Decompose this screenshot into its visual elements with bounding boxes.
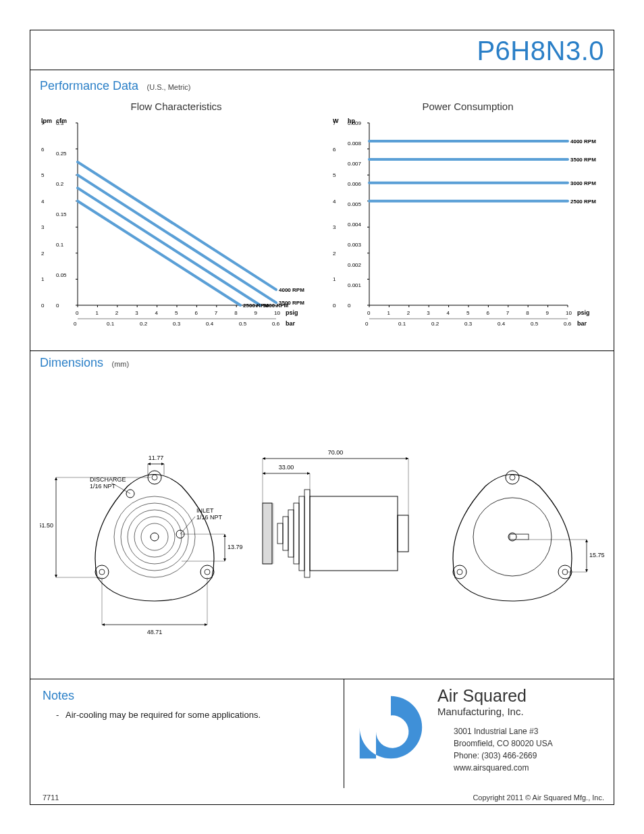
section-title: Dimensions [40, 356, 103, 369]
svg-point-137 [200, 565, 214, 579]
svg-text:1: 1 [95, 310, 99, 316]
svg-text:6: 6 [486, 310, 489, 316]
svg-text:1: 1 [41, 276, 45, 282]
svg-text:bar: bar [577, 320, 587, 327]
svg-text:0: 0 [348, 303, 351, 309]
svg-text:0.002: 0.002 [348, 262, 362, 268]
company-box: Air Squared Manufacturing, Inc. 3001 Ind… [344, 679, 614, 788]
svg-rect-166 [304, 490, 310, 577]
svg-text:8: 8 [234, 310, 238, 316]
svg-text:0: 0 [367, 310, 371, 316]
svg-text:1: 1 [333, 276, 336, 282]
svg-text:INLET: INLET [196, 507, 214, 514]
divider [30, 350, 614, 351]
svg-rect-167 [299, 496, 304, 571]
svg-text:0.15: 0.15 [56, 211, 67, 217]
svg-text:0.5: 0.5 [239, 321, 247, 327]
addr-line: Broomfield, CO 80020 USA [454, 737, 604, 750]
svg-text:0.003: 0.003 [348, 242, 362, 248]
svg-text:10: 10 [274, 310, 280, 316]
svg-text:0.001: 0.001 [348, 282, 362, 288]
svg-text:0.008: 0.008 [348, 140, 362, 147]
svg-text:0.05: 0.05 [56, 272, 67, 278]
svg-rect-169 [288, 510, 294, 557]
svg-text:2: 2 [407, 310, 410, 316]
datasheet-page: P6H8N3.0 Performance Data (U.S., Metric)… [30, 30, 614, 805]
product-id-title: P6H8N3.0 [477, 36, 604, 66]
svg-text:8: 8 [526, 310, 529, 316]
svg-point-192 [453, 565, 466, 579]
svg-line-146 [180, 517, 195, 534]
svg-text:15.75: 15.75 [589, 552, 605, 558]
svg-text:6: 6 [333, 147, 336, 153]
svg-text:0: 0 [56, 303, 59, 309]
svg-text:1/16 NPT: 1/16 NPT [90, 483, 116, 490]
svg-point-138 [205, 569, 210, 575]
svg-text:9: 9 [546, 310, 549, 316]
svg-text:4000 RPM: 4000 RPM [570, 138, 596, 145]
svg-text:0.2: 0.2 [431, 321, 439, 327]
svg-text:0: 0 [365, 321, 369, 327]
svg-text:0.2: 0.2 [56, 181, 64, 187]
svg-point-133 [141, 523, 168, 550]
chart-title: Power Consumption [322, 101, 614, 112]
svg-text:0.4: 0.4 [206, 321, 214, 327]
section-title: Performance Data [40, 79, 138, 93]
flow-chart: lpmcfm0123456700.050.10.150.20.250.30123… [34, 116, 318, 339]
svg-text:psig: psig [577, 309, 590, 316]
svg-text:2500 RPM: 2500 RPM [243, 303, 269, 309]
svg-point-189 [473, 498, 552, 576]
svg-text:0.004: 0.004 [348, 221, 362, 228]
svg-text:4: 4 [447, 310, 450, 316]
svg-text:bar: bar [286, 320, 296, 327]
company-text: Air Squared Manufacturing, Inc. 3001 Ind… [437, 686, 604, 781]
svg-rect-168 [294, 503, 299, 564]
divider [30, 70, 614, 70]
svg-point-131 [128, 510, 182, 564]
addr-line: 3001 Industrial Lane #3 [454, 725, 604, 737]
company-name: Air Squared [437, 686, 604, 706]
svg-text:0.25: 0.25 [56, 151, 67, 157]
svg-text:10: 10 [566, 310, 572, 316]
svg-text:4: 4 [41, 199, 45, 205]
svg-text:0.3: 0.3 [56, 120, 64, 126]
svg-text:0: 0 [76, 310, 79, 316]
svg-text:0.1: 0.1 [398, 321, 406, 327]
bottom-row: Notes Air-cooling may be required for so… [30, 679, 614, 788]
svg-text:6: 6 [41, 147, 45, 153]
svg-text:0.2: 0.2 [140, 321, 148, 327]
svg-rect-171 [277, 523, 283, 544]
power-chart: Whp0123456700.0010.0020.0030.0040.0050.0… [326, 116, 610, 339]
svg-text:0.1: 0.1 [56, 242, 64, 248]
svg-point-135 [95, 565, 109, 579]
notes-title: Notes [43, 689, 331, 703]
svg-text:5: 5 [41, 172, 45, 178]
addr-line: www.airsquared.com [454, 762, 604, 774]
svg-text:70.00: 70.00 [328, 449, 344, 456]
svg-text:4: 4 [155, 310, 159, 316]
svg-text:0.005: 0.005 [348, 201, 362, 207]
power-chart-box: Power Consumption Whp0123456700.0010.002… [322, 98, 614, 355]
svg-text:7: 7 [506, 310, 510, 316]
flow-chart-box: Flow Characteristics lpmcfm0123456700.05… [30, 98, 322, 355]
svg-text:3: 3 [333, 224, 336, 230]
svg-text:4000 RPM: 4000 RPM [279, 287, 304, 293]
svg-point-134 [151, 533, 159, 541]
svg-text:48.71: 48.71 [147, 629, 163, 635]
svg-text:DISCHARGE: DISCHARGE [90, 476, 126, 483]
svg-text:0.006: 0.006 [348, 181, 362, 187]
svg-text:2500 RPM: 2500 RPM [570, 199, 596, 205]
svg-text:6: 6 [194, 310, 198, 316]
svg-text:3: 3 [135, 310, 138, 316]
svg-point-140 [152, 475, 157, 480]
svg-text:5: 5 [175, 310, 178, 316]
svg-text:0.3: 0.3 [173, 321, 181, 327]
svg-text:7: 7 [215, 310, 218, 316]
svg-point-197 [510, 475, 515, 480]
svg-text:0.009: 0.009 [348, 120, 362, 126]
svg-point-136 [99, 569, 105, 575]
svg-text:5: 5 [333, 172, 336, 178]
svg-text:7: 7 [41, 120, 45, 126]
svg-text:3000 RPM: 3000 RPM [570, 180, 596, 186]
notes-box: Notes Air-cooling may be required for so… [30, 679, 344, 788]
